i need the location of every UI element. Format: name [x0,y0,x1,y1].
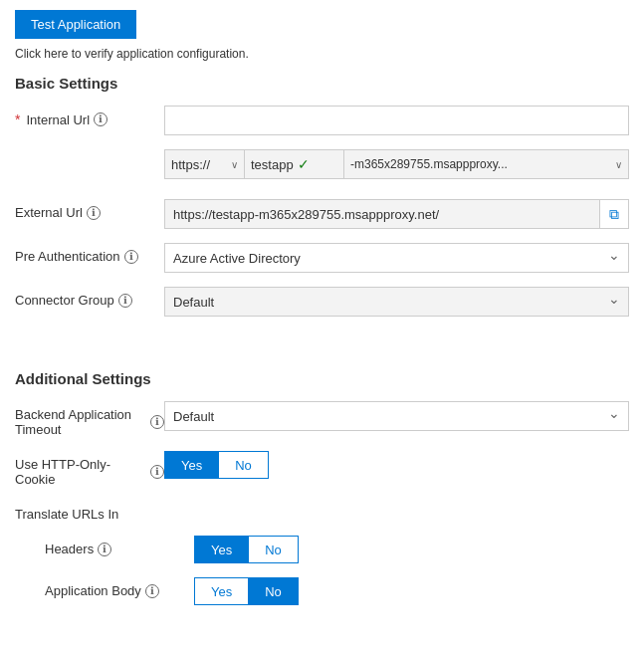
backend-timeout-control: Default [164,401,629,431]
required-indicator: * [15,111,20,127]
headers-yes-button[interactable]: Yes [194,536,248,563]
backend-timeout-row: Backend Application Timeout ℹ Default [15,401,629,437]
url-app-field[interactable]: testapp ✓ [244,149,343,179]
connector-group-row: Connector Group ℹ Default [15,287,629,317]
app-body-label: Application Body ℹ [45,577,194,598]
translate-urls-label-text: Translate URLs In [15,507,118,522]
app-body-control: Yes No [194,577,629,605]
internal-url-control [164,106,629,135]
url-app-check-icon: ✓ [298,156,310,172]
external-url-info-icon[interactable]: ℹ [87,206,101,220]
headers-no-button[interactable]: No [248,536,299,563]
internal-url-label: * Internal Url ℹ [15,106,164,127]
backend-timeout-label-text: Backend Application Timeout [15,407,146,437]
http-cookie-label: Use HTTP-Only-Cookie ℹ [15,451,164,487]
verify-text: Click here to verify application configu… [15,47,629,61]
http-cookie-info-icon[interactable]: ℹ [150,465,164,479]
pre-auth-row: Pre Authentication ℹ Azure Active Direct… [15,243,629,273]
headers-label: Headers ℹ [45,536,194,556]
http-cookie-label-text: Use HTTP-Only-Cookie [15,457,146,487]
http-cookie-yes-button[interactable]: Yes [164,451,218,479]
external-url-label: External Url ℹ [15,199,164,220]
external-url-label-text: External Url [15,205,83,220]
app-body-info-icon[interactable]: ℹ [145,584,159,598]
pre-auth-label-text: Pre Authentication [15,249,120,264]
http-cookie-toggle: Yes No [164,451,629,479]
url-parts-row: https:// ∨ testapp ✓ -m365x289755.msappp… [15,149,629,185]
additional-settings-title: Additional Settings [15,370,629,387]
internal-url-label-text: Internal Url [26,112,90,127]
app-body-row: Application Body ℹ Yes No [15,577,629,605]
translate-urls-row: Translate URLs In [15,501,629,522]
url-scheme-select[interactable]: https:// ∨ [164,149,244,179]
url-scheme-chevron: ∨ [231,159,238,170]
url-parts: https:// ∨ testapp ✓ -m365x289755.msappp… [164,149,629,179]
headers-toggle: Yes No [194,536,629,563]
internal-url-info-icon[interactable]: ℹ [94,112,107,126]
backend-timeout-label: Backend Application Timeout ℹ [15,401,164,437]
http-cookie-control: Yes No [164,451,629,479]
url-app-value: testapp [251,157,294,172]
http-cookie-row: Use HTTP-Only-Cookie ℹ Yes No [15,451,629,487]
pre-auth-info-icon[interactable]: ℹ [124,250,138,264]
connector-group-info-icon[interactable]: ℹ [118,294,132,308]
internal-url-input[interactable] [164,106,629,135]
pre-auth-dropdown[interactable]: Azure Active Directory [164,243,629,273]
app-body-no-button[interactable]: No [248,577,299,605]
internal-url-row: * Internal Url ℹ [15,106,629,135]
test-application-button[interactable]: Test Application [15,10,136,39]
external-url-value: https://testapp-m365x289755.msappproxy.n… [164,199,599,229]
url-parts-control: https:// ∨ testapp ✓ -m365x289755.msappp… [164,149,629,185]
connector-group-label: Connector Group ℹ [15,287,164,308]
http-cookie-no-button[interactable]: No [218,451,269,479]
headers-info-icon[interactable]: ℹ [98,543,111,556]
headers-control: Yes No [194,536,629,563]
translate-urls-label: Translate URLs In [15,501,164,522]
basic-settings-title: Basic Settings [15,75,629,92]
headers-row: Headers ℹ Yes No [15,536,629,563]
headers-label-text: Headers [45,542,94,556]
pre-auth-label: Pre Authentication ℹ [15,243,164,264]
connector-group-dropdown[interactable]: Default [164,287,629,317]
url-scheme-value: https:// [171,157,210,172]
external-url-control: https://testapp-m365x289755.msappproxy.n… [164,199,629,229]
external-url-row: External Url ℹ https://testapp-m365x2897… [15,199,629,229]
connector-group-label-text: Connector Group [15,293,114,308]
app-body-label-text: Application Body [45,583,141,598]
url-domain-value: -m365x289755.msappproxy... [350,157,508,171]
app-body-yes-button[interactable]: Yes [194,577,248,605]
connector-group-control: Default [164,287,629,317]
backend-timeout-dropdown[interactable]: Default [164,401,629,431]
app-body-toggle: Yes No [194,577,629,605]
external-url-display: https://testapp-m365x289755.msappproxy.n… [164,199,629,229]
pre-auth-control: Azure Active Directory [164,243,629,273]
backend-timeout-info-icon[interactable]: ℹ [150,415,164,429]
url-domain-chevron: ∨ [615,159,622,170]
copy-url-button[interactable]: ⧉ [599,199,629,229]
url-domain-select[interactable]: -m365x289755.msappproxy... ∨ [343,149,629,179]
section-divider [15,336,629,356]
